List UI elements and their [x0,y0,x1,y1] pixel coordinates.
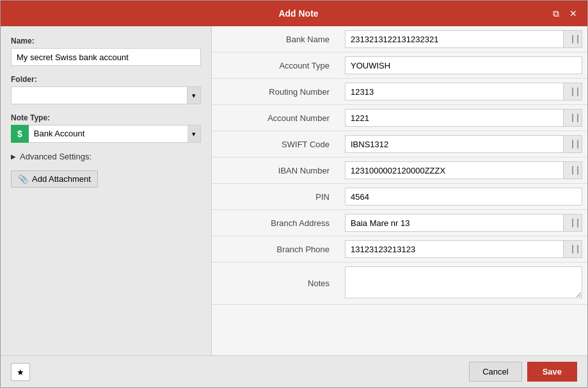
field-side-button[interactable]: ▕▕ [563,30,582,48]
folder-input[interactable] [11,86,187,104]
star-icon: ★ [17,368,24,377]
footer-left: ★ [11,363,30,381]
modal-title: Add Note [47,8,550,19]
field-input[interactable] [345,56,582,74]
field-input[interactable] [345,161,563,179]
name-field-group: Name: [11,36,201,66]
add-attachment-button[interactable]: 📎 Add Attachment [11,170,98,188]
table-row: PIN [212,184,587,210]
field-side-button[interactable]: ▕▕ [563,83,582,101]
save-button[interactable]: Save [527,362,577,382]
note-type-row: $ Bank Account ▾ [11,125,201,143]
field-label-cell: PIN [212,184,340,210]
field-input-cell: ▕▕ [340,26,587,53]
field-input[interactable] [345,188,582,206]
modal-body: Name: Folder: ▾ Note Type: $ Bank Accoun… [1,26,587,355]
table-row: IBAN Number▕▕ [212,158,587,184]
paperclip-icon: 📎 [18,174,28,184]
input-with-button: ▕▕ [345,83,582,101]
advanced-settings-label: Advanced Settings: [20,152,91,161]
field-input-cell [340,53,587,79]
field-input-cell: ▕▕ [340,158,587,184]
field-label-cell: Bank Name [212,26,340,53]
field-input[interactable] [345,109,563,127]
table-row: Account Number▕▕ [212,105,587,131]
field-side-button[interactable]: ▕▕ [563,214,582,232]
table-row: Routing Number▕▕ [212,79,587,105]
field-input-cell: ▕▕ [340,105,587,131]
input-with-button: ▕▕ [345,161,582,179]
field-input[interactable] [345,240,563,258]
restore-button[interactable]: ⧉ [550,7,562,20]
field-input-cell: ▕▕ [340,210,587,236]
field-label-cell: Account Type [212,53,340,79]
field-input[interactable] [345,135,563,153]
table-row: Notes [212,263,587,305]
field-input[interactable] [345,214,563,232]
name-label: Name: [11,36,201,45]
right-panel: Bank Name▕▕Account TypeRouting Number▕▕A… [212,26,587,355]
table-row: Branch Address▕▕ [212,210,587,236]
folder-label: Folder: [11,75,201,84]
advanced-settings-arrow: ▶ [11,153,16,160]
favorite-button[interactable]: ★ [11,363,30,381]
folder-field-group: Folder: ▾ [11,75,201,104]
field-label-cell: Branch Address [212,210,340,236]
note-type-value[interactable]: Bank Account [29,125,187,143]
advanced-settings-toggle[interactable]: ▶ Advanced Settings: [11,152,201,161]
input-with-button: ▕▕ [345,240,582,258]
table-row: Bank Name▕▕ [212,26,587,53]
field-label-cell: Routing Number [212,79,340,105]
modal-header: Add Note ⧉ ✕ [1,1,587,26]
add-attachment-label: Add Attachment [32,174,91,184]
field-input-cell: ▕▕ [340,131,587,158]
cancel-button[interactable]: Cancel [469,362,521,382]
notes-textarea[interactable] [345,266,582,298]
input-with-button: ▕▕ [345,109,582,127]
field-label-cell: SWIFT Code [212,131,340,158]
folder-row: ▾ [11,86,201,104]
header-controls: ⧉ ✕ [550,7,580,20]
field-input-cell [340,184,587,210]
field-label-cell: IBAN Number [212,158,340,184]
left-panel: Name: Folder: ▾ Note Type: $ Bank Accoun… [1,26,212,355]
form-table: Bank Name▕▕Account TypeRouting Number▕▕A… [212,26,587,305]
note-type-dropdown-button[interactable]: ▾ [187,125,201,143]
field-input[interactable] [345,30,563,48]
name-input[interactable] [11,48,201,66]
note-type-field-group: Note Type: $ Bank Account ▾ [11,113,201,143]
field-side-button[interactable]: ▕▕ [563,135,582,153]
table-row: SWIFT Code▕▕ [212,131,587,158]
field-input-cell [340,263,587,305]
table-row: Account Type [212,53,587,79]
field-label-cell: Notes [212,263,340,305]
field-side-button[interactable]: ▕▕ [563,240,582,258]
folder-dropdown-button[interactable]: ▾ [187,86,201,104]
input-with-button: ▕▕ [345,214,582,232]
field-label-cell: Account Number [212,105,340,131]
note-type-label: Note Type: [11,113,201,122]
add-note-modal: Add Note ⧉ ✕ Name: Folder: ▾ Note Type: [0,0,588,388]
footer-right: Cancel Save [469,362,577,382]
input-with-button: ▕▕ [345,135,582,153]
table-row: Branch Phone▕▕ [212,236,587,263]
field-input-cell: ▕▕ [340,79,587,105]
field-input[interactable] [345,83,563,101]
field-label-cell: Branch Phone [212,236,340,263]
field-side-button[interactable]: ▕▕ [563,161,582,179]
input-with-button: ▕▕ [345,30,582,48]
field-side-button[interactable]: ▕▕ [563,109,582,127]
close-button[interactable]: ✕ [567,7,580,20]
field-input-cell: ▕▕ [340,236,587,263]
note-type-icon: $ [11,125,29,143]
modal-footer: ★ Cancel Save [1,355,587,387]
